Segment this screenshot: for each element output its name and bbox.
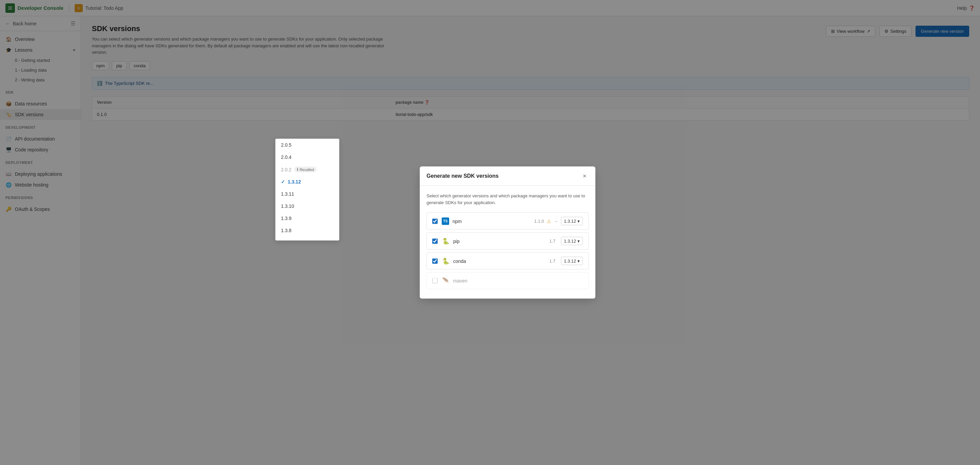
npm-new-version-label: 1.3.12 <box>564 219 576 224</box>
recalled-icon: ℹ <box>297 167 298 172</box>
version-label-1-3-7: 1.3.7 <box>281 240 291 240</box>
conda-dropdown-chevron: ▾ <box>578 259 580 264</box>
pip-version-dropdown[interactable]: 1.3.12 ▾ <box>561 237 583 245</box>
version-label-2-0-5: 2.0.5 <box>281 142 291 148</box>
modal-title: Generate new SDK versions <box>426 173 498 179</box>
version-option-1-3-9[interactable]: 1.3.9 <box>275 212 339 224</box>
npm-checkbox[interactable] <box>432 218 438 224</box>
version-dropdown-list: 2.0.5 2.0.4 2.0.2 ℹ Recalled ✓ 1.3.12 1.… <box>275 139 339 240</box>
npm-dropdown-chevron: ▾ <box>578 219 580 224</box>
selected-check-icon: ✓ <box>281 179 285 184</box>
modal-body: Select which generator versions and whic… <box>420 186 595 299</box>
npm-label: npm <box>452 218 534 224</box>
npm-version-dropdown[interactable]: 1.3.12 ▾ <box>561 217 583 225</box>
version-option-1-3-7[interactable]: 1.3.7 <box>275 236 339 240</box>
pip-label: pip <box>453 238 549 244</box>
version-label-1-3-12: 1.3.12 <box>288 179 301 184</box>
conda-icon: 🐍 <box>442 257 450 265</box>
npm-arrow-icon: → <box>554 219 558 224</box>
version-label-1-3-8: 1.3.8 <box>281 228 291 233</box>
npm-old-version: 1.1.0 <box>534 219 544 224</box>
version-label-1-3-9: 1.3.9 <box>281 216 291 221</box>
version-label-2-0-2: 2.0.2 <box>281 167 291 173</box>
modal-header: Generate new SDK versions × <box>420 166 595 186</box>
pm-row-maven: 🪶 maven <box>426 272 589 289</box>
conda-version-dropdown[interactable]: 1.3.12 ▾ <box>561 257 583 265</box>
pip-old-version: 1.7 <box>549 238 555 244</box>
conda-checkbox[interactable] <box>432 258 438 264</box>
pip-icon: 🐍 <box>442 237 450 245</box>
conda-label: conda <box>453 258 549 264</box>
version-option-1-3-8[interactable]: 1.3.8 <box>275 224 339 236</box>
recalled-badge: ℹ Recalled <box>294 166 317 173</box>
pip-new-version-label: 1.3.12 <box>564 238 576 244</box>
maven-checkbox[interactable] <box>432 278 438 283</box>
pip-dropdown-chevron: ▾ <box>578 238 580 244</box>
pm-row-pip: 🐍 pip 1.7 1.3.12 ▾ <box>426 232 589 250</box>
version-dropdown: 2.0.5 2.0.4 2.0.2 ℹ Recalled ✓ 1.3.12 1.… <box>275 139 339 241</box>
pip-version-info: 1.7 1.3.12 ▾ <box>549 237 583 245</box>
pip-checkbox[interactable] <box>432 238 438 244</box>
version-option-1-3-10[interactable]: 1.3.10 <box>275 200 339 212</box>
conda-version-info: 1.7 1.3.12 ▾ <box>549 257 583 265</box>
npm-warning-icon: ⚠ <box>547 218 551 224</box>
version-option-1-3-12[interactable]: ✓ 1.3.12 <box>275 176 339 188</box>
conda-new-version-label: 1.3.12 <box>564 259 576 264</box>
version-option-2-0-5[interactable]: 2.0.5 <box>275 139 339 151</box>
modal-close-button[interactable]: × <box>581 172 589 180</box>
version-label-1-3-11: 1.3.11 <box>281 191 294 197</box>
version-label-1-3-10: 1.3.10 <box>281 203 294 209</box>
pm-row-conda: 🐍 conda 1.7 1.3.12 ▾ <box>426 252 589 270</box>
npm-icon: TS <box>442 217 449 225</box>
generate-sdk-modal: Generate new SDK versions × Select which… <box>420 166 595 299</box>
npm-version-info: 1.1.0 ⚠ → 1.3.12 ▾ <box>534 217 583 225</box>
version-label-2-0-4: 2.0.4 <box>281 155 291 160</box>
maven-icon: 🪶 <box>442 277 450 285</box>
version-option-2-0-4[interactable]: 2.0.4 <box>275 151 339 163</box>
conda-old-version: 1.7 <box>549 259 555 264</box>
modal-description: Select which generator versions and whic… <box>426 193 589 206</box>
version-option-2-0-2[interactable]: 2.0.2 ℹ Recalled <box>275 163 339 176</box>
version-option-1-3-11[interactable]: 1.3.11 <box>275 188 339 200</box>
pm-row-npm: TS npm 1.1.0 ⚠ → 1.3.12 ▾ <box>426 213 589 230</box>
maven-label: maven <box>453 278 583 283</box>
